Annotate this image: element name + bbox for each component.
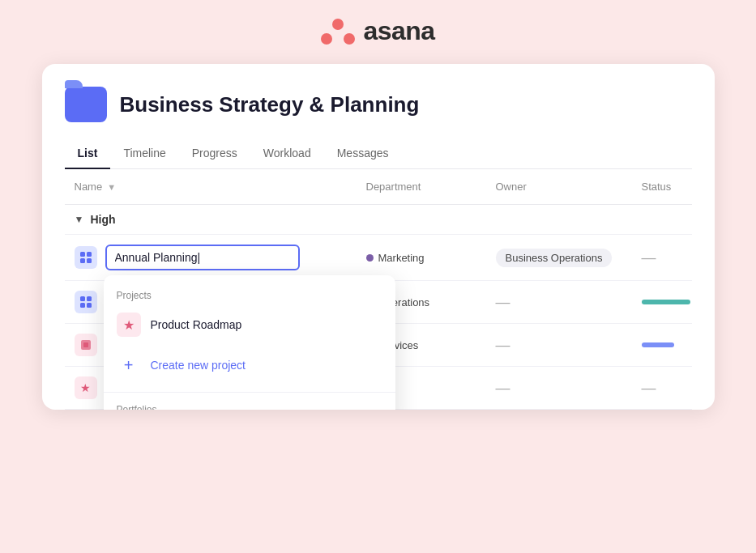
owner-badge-biz-ops[interactable]: Business Operations — [496, 249, 613, 267]
logo-area: asana — [321, 16, 434, 46]
row-2-owner-dash: — — [496, 294, 510, 310]
dot-top — [332, 19, 344, 30]
dot-right — [344, 33, 355, 45]
row-1-dept-text: Marketing — [378, 252, 425, 264]
svg-rect-1 — [87, 252, 92, 257]
dropdown-divider — [104, 392, 395, 393]
col-name-sort-icon[interactable]: ▼ — [107, 182, 116, 192]
tab-workload[interactable]: Workload — [250, 138, 324, 169]
tab-progress[interactable]: Progress — [179, 138, 250, 169]
dept-dot-marketing — [366, 254, 374, 262]
folder-icon — [65, 87, 107, 122]
row-2-status-bar — [642, 300, 690, 304]
tab-list[interactable]: List — [65, 138, 111, 169]
main-card: Business Strategy & Planning List Timeli… — [42, 64, 715, 410]
product-roadmap-label: Product Roadmap — [151, 318, 242, 331]
row-4-owner-dash: — — [496, 380, 510, 396]
col-name-label: Name — [75, 181, 103, 193]
row-3-owner-dash: — — [496, 337, 510, 353]
svg-rect-3 — [87, 258, 92, 263]
row-3-task-icon — [75, 334, 97, 356]
tab-timeline[interactable]: Timeline — [110, 138, 178, 169]
product-roadmap-icon: ★ — [117, 313, 141, 337]
project-title: Business Strategy & Planning — [120, 92, 420, 117]
row-2-task-icon — [75, 291, 97, 313]
svg-rect-7 — [87, 303, 92, 308]
row-1-status-cell: — — [632, 240, 715, 276]
plus-icon: + — [117, 353, 141, 377]
tab-bar: List Timeline Progress Workload Messages — [65, 138, 692, 169]
dot-left — [321, 33, 332, 45]
row-2-status-cell — [632, 290, 715, 314]
row-3-status-cell — [632, 333, 715, 357]
project-dropdown: Projects ★ Product Roadmap + Create new … — [104, 275, 395, 410]
table-header: Name ▼ Department Owner Status — [65, 169, 692, 205]
row-4-status-dash: — — [642, 380, 656, 396]
group-chevron-icon[interactable]: ▼ — [75, 214, 84, 225]
svg-rect-9 — [83, 342, 88, 347]
row-4-status-cell: — — [632, 370, 715, 406]
col-header-department: Department — [357, 177, 486, 196]
project-header: Business Strategy & Planning — [65, 87, 692, 122]
row-1-owner-cell: Business Operations — [486, 239, 632, 277]
create-project-label: Create new project — [151, 359, 246, 372]
row-3-owner-cell: — — [486, 327, 632, 364]
dropdown-projects-label: Projects — [104, 285, 395, 304]
row-1-name-cell: Projects ★ Product Roadmap + Create new … — [65, 235, 357, 280]
row-4-task-icon: ★ — [75, 376, 97, 399]
row-1-task-icon — [75, 246, 97, 269]
svg-rect-0 — [80, 252, 85, 257]
asana-logo-icon — [321, 19, 355, 45]
app-background: asana Business Strategy & Planning List … — [0, 0, 756, 553]
row-1-dept-cell: Marketing — [357, 242, 486, 274]
col-header-name: Name ▼ — [65, 177, 357, 196]
col-header-status: Status — [632, 177, 715, 196]
group-row-high: ▼ High — [65, 205, 692, 235]
col-owner-label: Owner — [496, 181, 527, 193]
asana-wordmark: asana — [363, 16, 434, 46]
dropdown-product-roadmap[interactable]: ★ Product Roadmap — [104, 304, 395, 345]
dropdown-create-project[interactable]: + Create new project — [104, 345, 395, 385]
svg-rect-6 — [80, 303, 85, 308]
task-name-input[interactable] — [105, 245, 300, 270]
group-label: High — [90, 213, 115, 226]
row-4-owner-cell: — — [486, 370, 632, 406]
row-3-status-bar — [642, 342, 674, 347]
table-row: Projects ★ Product Roadmap + Create new … — [65, 235, 692, 281]
dropdown-portfolios-label: Portfolios — [104, 399, 395, 410]
col-header-owner: Owner — [486, 177, 632, 196]
tab-messages[interactable]: Messages — [324, 138, 402, 169]
svg-rect-2 — [80, 258, 85, 263]
svg-rect-4 — [80, 296, 85, 301]
svg-rect-5 — [87, 296, 92, 301]
col-dept-label: Department — [366, 181, 421, 193]
row-2-owner-cell: — — [486, 284, 632, 321]
col-status-label: Status — [642, 181, 672, 193]
table-area: Name ▼ Department Owner Status ▼ High — [65, 169, 692, 410]
row-1-status-dash: — — [642, 249, 656, 266]
